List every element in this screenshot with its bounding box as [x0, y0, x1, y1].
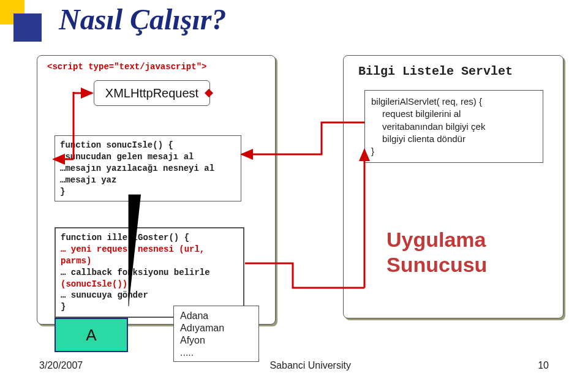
list-item: Afyon	[180, 334, 252, 347]
code-line: … yeni request nesnesi (url, parms)	[61, 244, 238, 267]
code-line: bilgileriAlServlet( req, res) {	[371, 96, 537, 108]
page-title: Nasıl Çalışır?	[59, 2, 226, 36]
script-tag-label: <script type="text/javascript">	[47, 62, 206, 72]
slide-footer: 3/20/2007 Sabanci University 10	[0, 360, 588, 371]
code-line: function sonucIsle() {	[60, 140, 236, 151]
text-line: Uygulama	[386, 227, 487, 252]
footer-page: 10	[538, 360, 549, 371]
city-list-box: Adana Adıyaman Afyon .....	[173, 306, 259, 362]
code-line: …sunucudan gelen mesajı al	[60, 151, 236, 163]
footer-place: Sabanci University	[270, 360, 351, 371]
illerigoster-code-box: function illeriGoster() { … yeni request…	[55, 227, 244, 318]
slide-accent	[0, 0, 42, 42]
code-line: (sonucIsle())	[61, 279, 238, 290]
list-item: Adana	[180, 310, 252, 322]
code-line: …mesajın yazılacağı nesneyi al	[60, 163, 236, 175]
servlet-code-box: bilgileriAlServlet( req, res) { request …	[364, 90, 543, 163]
text-line: Sunucusu	[386, 252, 487, 277]
list-item: .....	[180, 347, 252, 359]
client-panel: <script type="text/javascript"> XMLHttpR…	[37, 55, 276, 325]
code-line: }	[60, 186, 236, 198]
xmlhttprequest-box: XMLHttpRequest	[94, 80, 210, 106]
footer-date: 3/20/2007	[39, 360, 83, 371]
code-line: … callback fonksiyonu belirle	[61, 267, 238, 279]
code-line: }	[371, 145, 537, 157]
code-line: function illeriGoster() {	[61, 232, 238, 244]
sonucisle-code-box: function sonucIsle() { …sunucudan gelen …	[55, 135, 241, 201]
app-server-label: Uygulama Sunucusu	[386, 227, 487, 277]
server-panel: Bilgi Listele Servlet bilgileriAlServlet…	[343, 55, 564, 318]
code-line: … sunucuya gönder	[61, 290, 238, 301]
servlet-title: Bilgi Listele Servlet	[358, 64, 513, 78]
code-line: …mesajı yaz	[60, 175, 236, 186]
code-line: bilgiyi clienta döndür	[382, 133, 537, 145]
code-line: veritabanından bilgiyi çek	[382, 121, 537, 133]
a-dropdown-box: A	[55, 318, 128, 352]
list-item: Adıyaman	[180, 322, 252, 334]
code-line: request bilgilerini al	[382, 108, 537, 120]
